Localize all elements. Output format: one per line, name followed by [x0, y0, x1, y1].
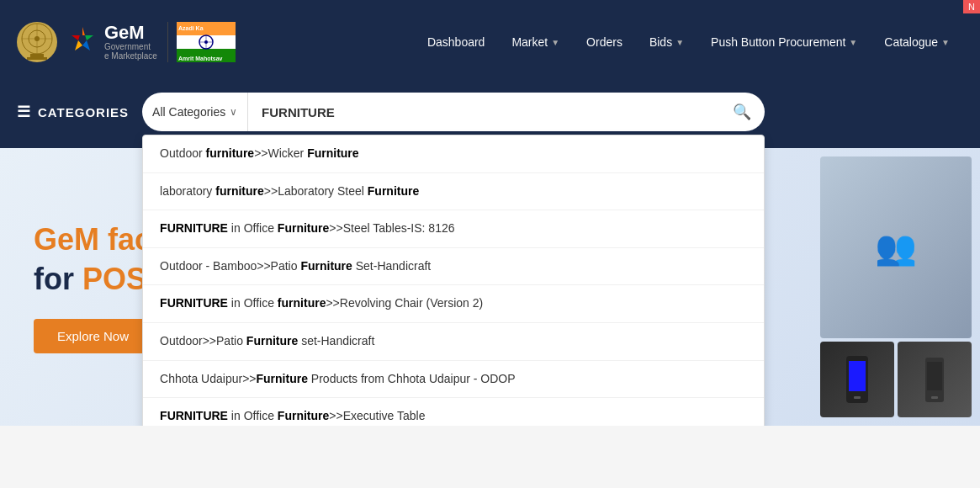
svg-marker-11: [75, 40, 82, 50]
logo-area: GeM Government e Marketplace Azadi Ka Am…: [17, 22, 236, 62]
svg-text:Azadi Ka: Azadi Ka: [178, 25, 204, 31]
categories-button[interactable]: ☰ CATEGORIES: [17, 103, 129, 121]
svg-rect-24: [854, 396, 861, 399]
dropdown-item[interactable]: Outdoor - Bamboo>>Patio Furniture Set-Ha…: [143, 248, 764, 286]
svg-text:Amrit Mahotsav: Amrit Mahotsav: [178, 56, 223, 61]
svg-marker-10: [82, 40, 90, 50]
banner-images: [812, 148, 980, 426]
emblem-icon: [17, 22, 57, 62]
dropdown-item[interactable]: Outdoor furniture>>Wicker Furniture: [143, 135, 764, 173]
category-select[interactable]: All Categories: [152, 105, 226, 119]
dropdown-item[interactable]: FURNITURE in Office Furniture>>Steel Tab…: [143, 210, 764, 248]
hamburger-icon: ☰: [17, 103, 31, 121]
notification-badge[interactable]: N: [963, 0, 980, 13]
nav-dashboard[interactable]: Dashboard: [414, 0, 499, 84]
dropdown-item[interactable]: FURNITURE in Office Furniture>>Executive…: [143, 398, 764, 426]
banner-small-images: [820, 342, 972, 417]
gem-text: GeM Government e Marketplace: [104, 24, 157, 61]
svg-marker-12: [72, 27, 82, 40]
search-row: ☰ CATEGORIES All Categories ∨ 🔍 Outdoor …: [0, 84, 980, 148]
autocomplete-dropdown: Outdoor furniture>>Wicker Furniture labo…: [142, 135, 765, 426]
classroom-image: [820, 156, 972, 338]
dropdown-item[interactable]: Chhota Udaipur>>Furniture Products from …: [143, 361, 764, 399]
catalogue-arrow-icon: ▼: [941, 38, 950, 47]
nav-orders[interactable]: Orders: [573, 0, 636, 84]
search-icon: 🔍: [733, 103, 751, 120]
explore-now-button[interactable]: Explore Now: [34, 319, 152, 353]
market-arrow-icon: ▼: [551, 38, 559, 47]
phone-image-2: [898, 342, 972, 417]
svg-rect-26: [927, 362, 942, 390]
select-arrow-icon: ∨: [230, 106, 237, 118]
azadi-badge: Azadi Ka Amrit Mahotsav: [167, 22, 236, 62]
dropdown-item[interactable]: laboratory furniture>>Laboratory Steel F…: [143, 173, 764, 211]
top-navigation: GeM Government e Marketplace Azadi Ka Am…: [0, 0, 980, 84]
nav-catalogue[interactable]: Catalogue ▼: [871, 0, 963, 84]
nav-bids[interactable]: Bids ▼: [636, 0, 697, 84]
category-select-wrapper: All Categories ∨: [142, 93, 248, 131]
categories-label: CATEGORIES: [38, 105, 129, 119]
bids-arrow-icon: ▼: [675, 38, 684, 47]
svg-rect-5: [30, 54, 44, 57]
search-input[interactable]: [248, 93, 719, 131]
svg-rect-27: [931, 396, 938, 399]
pbp-arrow-icon: ▼: [849, 38, 857, 47]
dropdown-item[interactable]: Outdoor>>Patio Furniture set-Handicraft: [143, 323, 764, 361]
dropdown-item[interactable]: FURNITURE in Office furniture>>Revolving…: [143, 285, 764, 323]
nav-push-button[interactable]: Push Button Procurement ▼: [697, 0, 871, 84]
svg-rect-6: [27, 57, 47, 60]
gem-logo: GeM Government e Marketplace: [64, 24, 157, 61]
search-container: All Categories ∨ 🔍 Outdoor furniture>>Wi…: [142, 93, 765, 131]
nav-market[interactable]: Market ▼: [498, 0, 573, 84]
svg-rect-23: [849, 361, 866, 391]
search-button[interactable]: 🔍: [719, 103, 765, 121]
search-box: All Categories ∨ 🔍: [142, 93, 765, 131]
phone-image-1: [820, 342, 894, 417]
main-nav: Dashboard Market ▼ Orders Bids ▼ Push Bu…: [414, 0, 963, 84]
